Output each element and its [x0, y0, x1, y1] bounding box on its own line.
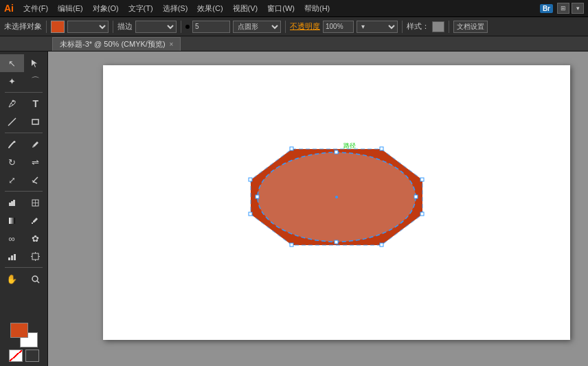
none-swatch[interactable]: [9, 350, 23, 362]
view-icon-grid[interactable]: ⊞: [557, 3, 569, 14]
svg-rect-14: [11, 255, 13, 260]
tool-gradient[interactable]: [0, 211, 24, 229]
menu-select[interactable]: 选择(S): [159, 2, 192, 15]
brush-dot: [185, 25, 190, 29]
tool-row-brush: [0, 135, 47, 153]
tool-row-column: [0, 247, 47, 265]
fill-color-box[interactable]: [51, 21, 65, 33]
tool-magic-wand[interactable]: ✦: [0, 72, 24, 90]
tool-rect[interactable]: [24, 113, 48, 130]
svg-point-25: [335, 196, 338, 198]
br-badge[interactable]: Br: [540, 4, 553, 13]
style-box[interactable]: [432, 21, 444, 32]
sep-tools-4: [5, 267, 43, 268]
tool-row-blend: ∞ ✿: [0, 229, 47, 247]
svg-rect-30: [290, 147, 293, 150]
sep-tools-2: [5, 133, 43, 133]
tool-mirror[interactable]: ⇌: [24, 153, 48, 171]
canvas-area[interactable]: 路径: [48, 52, 588, 366]
menu-edit[interactable]: 编辑(E): [54, 2, 87, 15]
tool-line[interactable]: [0, 113, 24, 130]
menu-view[interactable]: 视图(V): [229, 2, 262, 15]
tool-row-rotate: ↻ ⇌: [0, 153, 47, 171]
dark-swatch[interactable]: [25, 350, 39, 362]
svg-rect-3: [32, 119, 38, 124]
tool-blend[interactable]: ∞: [0, 229, 24, 247]
tab-title: 未标题-3* @ 50% (CMYK/预览): [60, 39, 166, 49]
opacity-label: 不透明度: [290, 21, 320, 32]
tool-select[interactable]: ↖: [0, 54, 24, 72]
menu-window[interactable]: 窗口(W): [263, 2, 299, 15]
tool-symbol[interactable]: ✿: [24, 229, 48, 247]
svg-rect-33: [420, 212, 424, 216]
menu-object[interactable]: 对象(O): [89, 2, 123, 15]
menu-file[interactable]: 文件(F): [19, 2, 52, 15]
tool-row-magic: ✦ ⌒: [0, 72, 47, 90]
svg-rect-29: [335, 240, 338, 244]
tool-scale[interactable]: ⤢: [0, 171, 24, 189]
sep-tools-1: [5, 92, 43, 93]
svg-line-2: [8, 118, 16, 126]
style-label: 样式：: [407, 21, 429, 32]
color-swatches: [5, 319, 43, 366]
status-label: 未选择对象: [4, 21, 42, 32]
tool-row-graph: [0, 194, 47, 211]
tool-paintbrush[interactable]: [0, 135, 24, 153]
tool-warp[interactable]: [24, 171, 48, 189]
shape-container[interactable]: 路径: [247, 142, 426, 252]
sep-1: [46, 21, 47, 33]
view-icon-arrow[interactable]: ▾: [572, 3, 584, 14]
fill-swatch[interactable]: [10, 323, 28, 338]
opacity-dropdown[interactable]: ▾: [357, 21, 398, 33]
tool-mesh[interactable]: [24, 194, 48, 211]
brush-shape-dropdown[interactable]: 点圆形: [233, 21, 281, 33]
tool-row-select: ↖: [0, 54, 47, 72]
stroke-fill-pair[interactable]: [10, 323, 38, 347]
svg-rect-16: [32, 253, 38, 260]
tool-graph[interactable]: [0, 194, 24, 211]
opacity-input[interactable]: [323, 21, 354, 33]
tool-row-hand: ✋: [0, 270, 47, 288]
tool-zoom[interactable]: [24, 270, 48, 288]
svg-rect-8: [13, 200, 15, 206]
tab-close-button[interactable]: ×: [170, 41, 174, 48]
menu-help[interactable]: 帮助(H): [300, 2, 334, 15]
tool-row-scale: ⤢: [0, 171, 47, 189]
sep-3: [181, 21, 181, 33]
svg-rect-15: [14, 254, 16, 260]
svg-rect-28: [335, 150, 338, 154]
menu-bar: 文件(F) 编辑(E) 对象(O) 文字(T) 选择(S) 效果(C) 视图(V…: [19, 2, 334, 15]
view-icons: ⊞ ▾: [557, 3, 584, 14]
sep-tools-3: [5, 191, 43, 192]
fill-dropdown[interactable]: [67, 21, 109, 33]
sep-2: [113, 21, 113, 33]
svg-rect-12: [9, 218, 15, 224]
tool-rotate[interactable]: ↻: [0, 153, 24, 171]
menu-effect[interactable]: 效果(C): [193, 2, 227, 15]
tool-text[interactable]: T: [24, 95, 48, 113]
svg-text:路径: 路径: [343, 142, 356, 149]
title-bar: Ai 文件(F) 编辑(E) 对象(O) 文字(T) 选择(S) 效果(C) 视…: [0, 0, 588, 17]
svg-rect-26: [256, 195, 259, 198]
svg-rect-34: [380, 243, 383, 247]
shape-svg: 路径: [247, 142, 426, 252]
svg-line-22: [37, 281, 39, 283]
svg-rect-31: [380, 147, 383, 150]
stroke-dropdown[interactable]: [135, 21, 177, 33]
svg-rect-37: [249, 178, 252, 181]
tool-direct-select[interactable]: [24, 54, 48, 72]
tool-pencil[interactable]: [24, 135, 48, 153]
tool-lasso[interactable]: ⌒: [24, 72, 48, 90]
tool-artboard[interactable]: [24, 247, 48, 265]
document-tab[interactable]: 未标题-3* @ 50% (CMYK/预览) ×: [52, 37, 181, 51]
menu-text[interactable]: 文字(T): [124, 2, 157, 15]
tool-hand[interactable]: ✋: [0, 270, 24, 288]
brush-size-input[interactable]: [192, 21, 230, 33]
tool-column-graph[interactable]: [0, 247, 24, 265]
tool-pen[interactable]: [0, 95, 24, 113]
svg-rect-32: [420, 178, 424, 181]
tool-row-pen: T: [0, 95, 47, 113]
sep-4: [285, 21, 286, 33]
tool-eyedropper[interactable]: [24, 211, 48, 229]
doc-settings-button[interactable]: 文档设置: [453, 21, 488, 33]
